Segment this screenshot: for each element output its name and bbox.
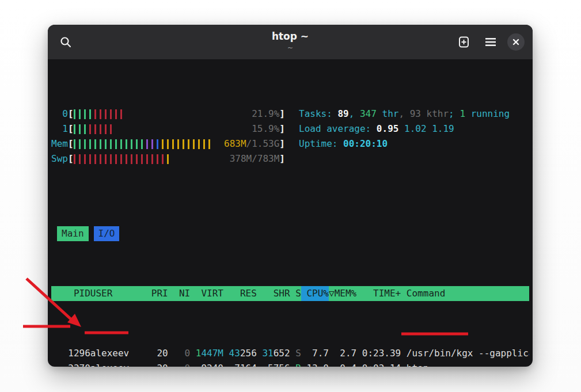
column-header-time[interactable]: TIME+ [356, 286, 401, 301]
meter-bars [74, 139, 214, 149]
meter-bar [94, 124, 96, 134]
text-segment: alexeev [90, 348, 129, 359]
cell-s: R [290, 361, 301, 367]
cell-pid: 2270 [57, 361, 90, 367]
meter-bar [84, 154, 86, 164]
meter-bracket-open: [ [68, 106, 74, 121]
meter-bar [162, 139, 164, 149]
meter-label: Swp [51, 151, 68, 166]
cell-shr: 5756 [257, 361, 290, 367]
text-segment: R [295, 363, 301, 367]
meter-bar [110, 124, 112, 134]
meter-bar [136, 139, 138, 149]
column-header-cpu[interactable]: CPU% [301, 286, 329, 301]
column-header-ni[interactable]: NI [168, 286, 191, 301]
meter-bar [79, 124, 81, 134]
text-segment: 0.95 [377, 123, 404, 134]
meter-bar [74, 109, 75, 119]
text-segment: 9240 [201, 363, 223, 367]
meter-bar [84, 109, 86, 119]
meter-bar [146, 139, 148, 149]
info-tasks: Tasks: 89, 347 thr, 93 kthr; 1 running [299, 106, 510, 121]
column-header-s[interactable]: S [290, 286, 301, 301]
cell-ni: 0 [168, 361, 191, 367]
text-segment: 1.02 [404, 123, 432, 134]
meter-bar [89, 109, 91, 119]
meter-bar [198, 139, 200, 149]
text-segment: htop [407, 363, 429, 367]
text-segment: Load average: [299, 123, 377, 134]
text-segment: 93 kthr [410, 108, 449, 119]
meter-bar [141, 139, 143, 149]
meter-bar [105, 109, 107, 119]
meter-bar [89, 154, 91, 164]
meter-bar [100, 154, 101, 164]
meter-value: 378M/783M [230, 151, 280, 166]
close-button[interactable] [507, 33, 525, 51]
table-row[interactable]: 2270alexeev200924071645756R13.00.40:02.1… [51, 361, 529, 367]
meter-bar [105, 154, 107, 164]
tab-main[interactable]: Main [57, 226, 89, 241]
meter-bar [151, 154, 153, 164]
meter-bar [110, 139, 112, 149]
meter-bar [94, 139, 96, 149]
meter-bar [79, 154, 81, 164]
meters-and-info: 0[21.9%] 1[15.9%]Mem[683M/1.53G]Swp[378M… [51, 106, 529, 166]
table-row[interactable]: 1296alexeev2001447M4325631652S7.72.70:23… [51, 346, 529, 361]
system-info-column: Tasks: 89, 347 thr, 93 kthr; 1 runningLo… [299, 106, 510, 166]
meter-bar [94, 109, 96, 119]
text-segment: S [295, 348, 301, 359]
tab-io[interactable]: I/O [94, 226, 120, 241]
meter-bar [126, 154, 127, 164]
text-segment: 1 [460, 108, 465, 119]
meter-bar [157, 154, 158, 164]
text-segment: 1.19 [432, 123, 454, 134]
meter-bracket-close: ] [279, 151, 285, 166]
meter-bar [89, 124, 91, 134]
column-header-user[interactable]: USER [90, 286, 146, 301]
search-button[interactable] [56, 32, 75, 52]
column-header-shr[interactable]: SHR [257, 286, 290, 301]
column-header-pid[interactable]: PID [57, 286, 90, 301]
cell-ni: 0 [168, 346, 191, 361]
meter-label: 1 [51, 121, 68, 136]
sort-arrow-icon: ▽ [329, 288, 335, 299]
menu-button[interactable] [481, 32, 500, 52]
new-tab-button[interactable] [454, 32, 474, 52]
text-segment: 0 [185, 348, 191, 359]
meter-bar [131, 154, 132, 164]
meter-bar [110, 154, 112, 164]
meter-mem: Mem[683M/1.53G] [51, 136, 285, 151]
column-header-cmd[interactable]: Command [401, 286, 529, 301]
meter-bar [172, 139, 174, 149]
meter-bracket-close: ] [279, 136, 285, 151]
cell-res: 43256 [223, 346, 257, 361]
text-segment: 0.4 [340, 363, 356, 367]
text-segment: 1296 [68, 348, 90, 359]
text-segment: 0:23.39 [362, 348, 401, 359]
column-header-pri[interactable]: PRI [146, 286, 168, 301]
column-header-virt[interactable]: VIRT [190, 286, 223, 301]
cell-cmd: /usr/bin/kgx --gapplicat [401, 346, 529, 361]
column-header-mem[interactable]: ▽MEM% [329, 286, 356, 301]
cell-cpu: 7.7 [301, 346, 329, 361]
process-table-header[interactable]: PIDUSERPRINIVIRTRESSHRSCPU%▽MEM%TIME+Com… [51, 286, 529, 301]
hamburger-menu-icon [484, 37, 497, 47]
text-segment: 2.7 [340, 348, 356, 359]
column-header-res[interactable]: RES [223, 286, 257, 301]
text-segment: 256 [240, 348, 257, 359]
meter-bracket-open: [ [68, 136, 74, 151]
text-segment: /1.53G [246, 138, 280, 149]
text-segment: , [398, 108, 409, 119]
meter-bar [100, 139, 101, 149]
text-segment: 31 [262, 348, 273, 359]
text-segment: 5756 [268, 363, 290, 367]
cell-s: S [290, 346, 301, 361]
text-segment: 00:20:10 [343, 138, 388, 149]
meter-bars [74, 109, 126, 119]
meter-bar [131, 139, 132, 149]
text-segment: ; [449, 108, 460, 119]
meter-bar [162, 154, 164, 164]
meter-bar [167, 139, 169, 149]
cell-user: alexeev [90, 346, 146, 361]
